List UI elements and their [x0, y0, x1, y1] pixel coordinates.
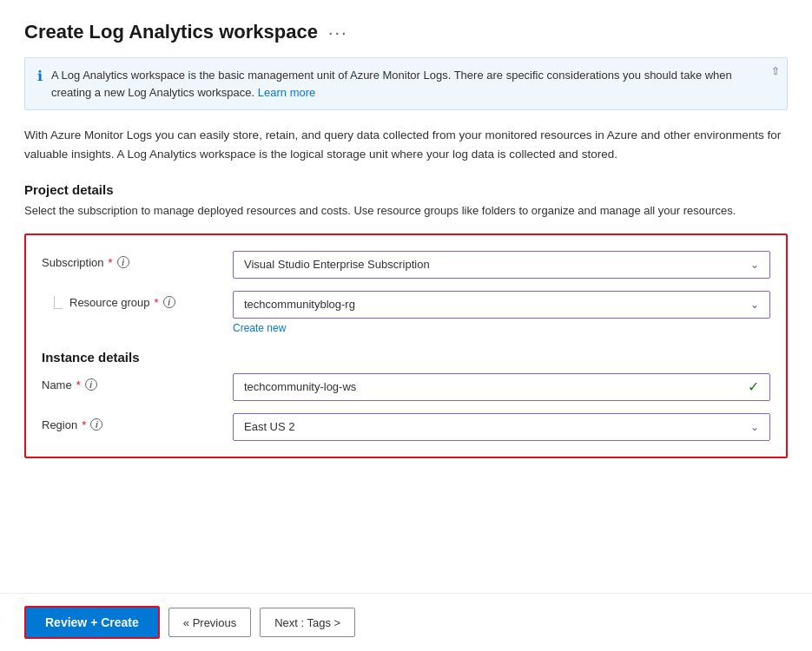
- resource-group-row: Resource group * i techcommunityblog-rg …: [42, 291, 770, 334]
- resource-group-label-col: Resource group * i: [42, 291, 233, 309]
- instance-details-title: Instance details: [42, 350, 770, 365]
- name-check-icon: ✓: [748, 378, 759, 395]
- project-details-desc: Select the subscription to manage deploy…: [24, 202, 788, 220]
- more-options-icon[interactable]: ···: [328, 23, 348, 43]
- name-value: techcommunity-log-ws: [244, 380, 356, 393]
- review-create-button[interactable]: Review + Create: [24, 606, 160, 639]
- info-banner: ℹ A Log Analytics workspace is the basic…: [24, 57, 788, 110]
- instance-details-section: Instance details Name * i techcommunity-…: [42, 350, 770, 441]
- region-label-col: Region * i: [42, 413, 233, 431]
- subscription-required: *: [109, 256, 113, 269]
- info-banner-icon: ℹ: [37, 68, 43, 84]
- region-dropdown-arrow: ⌄: [750, 421, 759, 433]
- subscription-dropdown-arrow: ⌄: [750, 259, 759, 271]
- subscription-value: Visual Studio Enterprise Subscription: [244, 258, 430, 271]
- subscription-input-col: Visual Studio Enterprise Subscription ⌄: [233, 251, 770, 279]
- region-input-col: East US 2 ⌄: [233, 413, 770, 441]
- page-container: Create Log Analytics workspace ··· ℹ A L…: [0, 0, 812, 458]
- description-text: With Azure Monitor Logs you can easily s…: [24, 126, 788, 163]
- subscription-label: Subscription * i: [42, 256, 233, 269]
- region-required: *: [82, 418, 86, 431]
- subscription-label-col: Subscription * i: [42, 251, 233, 269]
- region-value: East US 2: [244, 420, 295, 433]
- region-row: Region * i East US 2 ⌄: [42, 413, 770, 441]
- scroll-hint-icon: ⇧: [771, 65, 780, 77]
- resource-group-dropdown-arrow: ⌄: [750, 299, 759, 311]
- learn-more-link[interactable]: Learn more: [258, 86, 315, 99]
- name-row: Name * i techcommunity-log-ws ✓: [42, 373, 770, 401]
- create-new-link[interactable]: Create new: [233, 322, 286, 334]
- name-label-col: Name * i: [42, 373, 233, 391]
- region-dropdown[interactable]: East US 2 ⌄: [233, 413, 770, 441]
- project-details-section: Project details Select the subscription …: [24, 182, 788, 458]
- subscription-info-icon[interactable]: i: [117, 256, 129, 268]
- next-button[interactable]: Next : Tags >: [260, 608, 355, 637]
- info-banner-text: A Log Analytics workspace is the basic m…: [51, 67, 775, 101]
- region-label: Region * i: [42, 418, 233, 431]
- footer: Review + Create « Previous Next : Tags >: [0, 593, 812, 651]
- name-input-col: techcommunity-log-ws ✓: [233, 373, 770, 401]
- resource-group-input-col: techcommunityblog-rg ⌄ Create new: [233, 291, 770, 334]
- resource-group-label: Resource group * i: [69, 296, 175, 309]
- resource-group-info-icon[interactable]: i: [163, 296, 175, 308]
- name-info-icon[interactable]: i: [85, 378, 97, 391]
- resource-group-value: techcommunityblog-rg: [244, 298, 355, 311]
- resource-group-dropdown[interactable]: techcommunityblog-rg ⌄: [233, 291, 770, 319]
- form-highlighted-box: Subscription * i Visual Studio Enterpris…: [24, 233, 788, 458]
- subscription-row: Subscription * i Visual Studio Enterpris…: [42, 251, 770, 279]
- page-title: Create Log Analytics workspace: [24, 21, 318, 43]
- subscription-dropdown[interactable]: Visual Studio Enterprise Subscription ⌄: [233, 251, 770, 279]
- project-details-title: Project details: [24, 182, 788, 197]
- name-label: Name * i: [42, 378, 233, 391]
- region-info-icon[interactable]: i: [90, 418, 102, 431]
- resource-group-required: *: [155, 296, 159, 309]
- previous-button[interactable]: « Previous: [168, 608, 251, 637]
- header-row: Create Log Analytics workspace ···: [24, 21, 788, 43]
- name-required: *: [76, 378, 81, 391]
- name-input[interactable]: techcommunity-log-ws ✓: [233, 373, 770, 401]
